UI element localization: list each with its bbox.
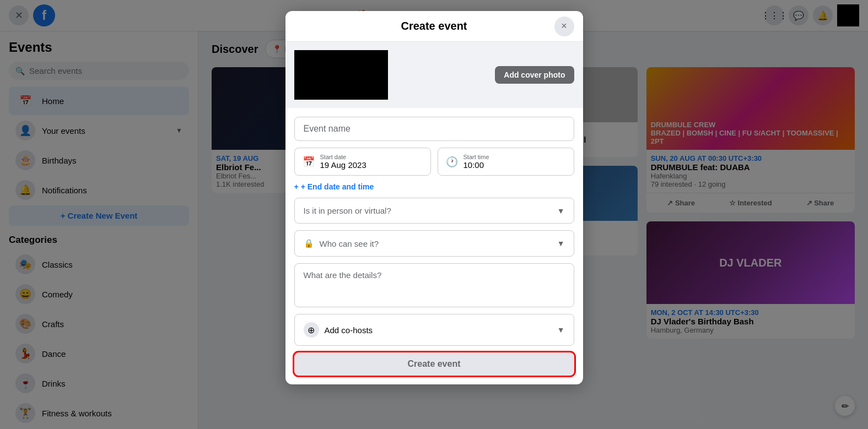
lock-icon: 🔒 <box>304 238 314 248</box>
start-time-value: 10:00 <box>463 160 489 170</box>
cohosts-left: ⊕ Add co-hosts <box>304 322 373 338</box>
end-date-button[interactable]: + + End date and time <box>294 182 574 191</box>
time-field-content: Start time 10:00 <box>463 154 489 170</box>
details-textarea[interactable] <box>294 263 574 307</box>
in-person-virtual-select[interactable]: Is it in person or virtual? ▼ <box>294 198 574 224</box>
add-cover-photo-button[interactable]: Add cover photo <box>495 66 574 84</box>
cover-photo-area: Add cover photo <box>285 42 583 108</box>
chevron-down-icon-3: ▼ <box>557 325 565 334</box>
chevron-down-icon: ▼ <box>557 207 565 215</box>
modal-close-button[interactable]: × <box>554 17 574 36</box>
date-time-row: 📅 Start date 19 Aug 2023 🕐 Start time 10… <box>294 148 574 176</box>
start-date-label: Start date <box>320 154 366 160</box>
event-name-input[interactable] <box>294 117 574 141</box>
modal-title: Create event <box>401 20 467 32</box>
calendar-icon: 📅 <box>303 156 315 168</box>
end-date-label: + End date and time <box>301 182 374 191</box>
in-person-placeholder: Is it in person or virtual? <box>304 206 391 215</box>
modal-body: 📅 Start date 19 Aug 2023 🕐 Start time 10… <box>285 108 583 384</box>
who-see-placeholder: Who can see it? <box>320 239 379 248</box>
start-date-value: 19 Aug 2023 <box>320 160 366 170</box>
modal-header: Create event × <box>285 11 583 42</box>
cohosts-label: Add co-hosts <box>325 325 373 335</box>
chevron-down-icon-2: ▼ <box>557 239 565 248</box>
who-can-see-select[interactable]: 🔒 Who can see it? ▼ <box>294 230 574 257</box>
create-event-button[interactable]: Create event <box>294 352 574 376</box>
modal-overlay: Create event × Add cover photo 📅 Start d… <box>0 0 868 429</box>
cover-photo-placeholder <box>294 50 388 100</box>
date-field-content: Start date 19 Aug 2023 <box>320 154 366 170</box>
plus-circle-icon: ⊕ <box>304 322 319 338</box>
start-time-field[interactable]: 🕐 Start time 10:00 <box>438 148 574 176</box>
add-cohosts-row[interactable]: ⊕ Add co-hosts ▼ <box>294 314 574 346</box>
start-date-field[interactable]: 📅 Start date 19 Aug 2023 <box>294 148 431 176</box>
start-time-label: Start time <box>463 154 489 160</box>
plus-icon: + <box>294 182 299 191</box>
clock-icon: 🕐 <box>446 156 458 168</box>
create-event-modal: Create event × Add cover photo 📅 Start d… <box>285 11 583 384</box>
who-see-left: 🔒 Who can see it? <box>304 238 379 248</box>
